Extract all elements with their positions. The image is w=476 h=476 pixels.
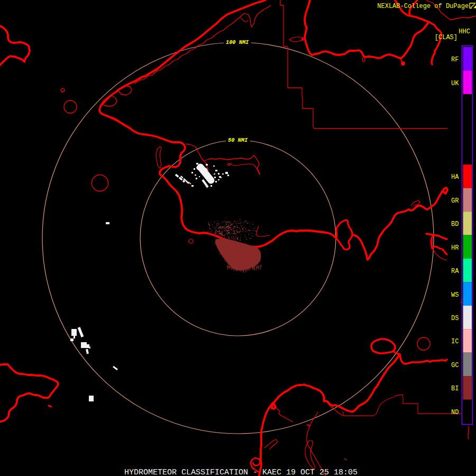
svg-text:IC: IC	[451, 338, 459, 345]
svg-text:GR: GR	[451, 197, 459, 205]
svg-text:ND: ND	[451, 409, 459, 416]
svg-text:UK: UK	[451, 80, 459, 87]
svg-text:DS: DS	[451, 315, 459, 322]
svg-text:HHC: HHC	[459, 28, 470, 35]
svg-text:RA: RA	[451, 268, 459, 275]
svg-text:[CLAS]: [CLAS]	[435, 34, 457, 41]
svg-text:NEXLAB-College of DuPage: NEXLAB-College of DuPage	[377, 3, 469, 10]
svg-text:RF: RF	[451, 56, 459, 63]
svg-text:BI: BI	[451, 385, 459, 392]
svg-text:HYDROMETEOR CLASSIFICATION - K: HYDROMETEOR CLASSIFICATION - KAEC 19 OCT…	[124, 468, 358, 476]
svg-text:HA: HA	[451, 173, 459, 181]
svg-text:GC: GC	[451, 362, 459, 369]
svg-text:BD: BD	[451, 221, 459, 228]
svg-text:WS: WS	[451, 291, 459, 299]
svg-text:HR: HR	[451, 244, 459, 252]
svg-text:50 NMI: 50 NMI	[228, 137, 248, 143]
svg-text:100 NMI: 100 NMI	[226, 39, 249, 45]
